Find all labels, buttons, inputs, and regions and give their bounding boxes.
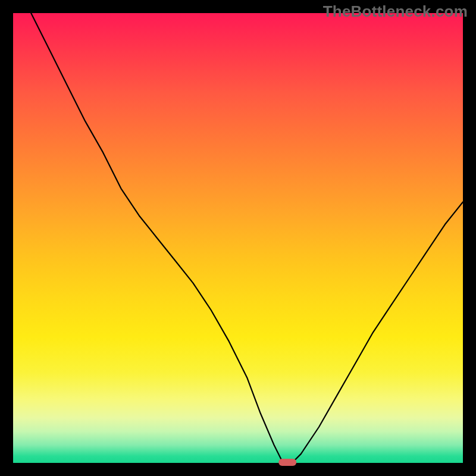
chart-frame: TheBottleneck.com [0,0,476,476]
watermark-text: TheBottleneck.com [323,2,468,21]
bottleneck-curve [31,13,463,463]
plot-area [13,13,463,463]
min-marker [278,459,296,466]
chart-svg [13,13,463,463]
